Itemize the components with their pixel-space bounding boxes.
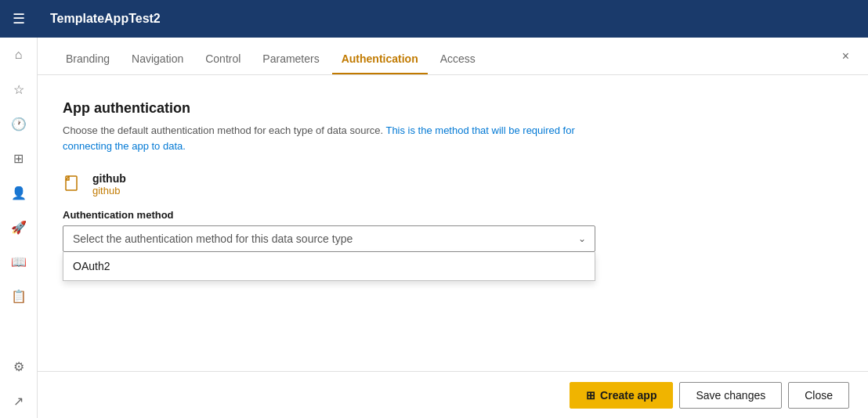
app-title: TemplateAppTest2	[50, 12, 161, 26]
tab-access[interactable]: Access	[431, 52, 485, 74]
tab-branding[interactable]: Branding	[56, 52, 119, 74]
sidebar-item-deploy[interactable]: 🚀	[0, 210, 38, 244]
dropdown-placeholder: Select the authentication method for thi…	[73, 232, 353, 245]
datasource-name: github	[92, 172, 126, 185]
dialog-close-button[interactable]: ×	[836, 46, 855, 67]
tab-parameters[interactable]: Parameters	[253, 52, 328, 74]
recents-icon: 🕐	[11, 117, 27, 132]
tab-bar: Branding Navigation Control Parameters A…	[38, 38, 868, 75]
templates-icon: 📋	[11, 289, 27, 304]
datasource-item: github github	[63, 172, 843, 196]
home-icon: ⌂	[15, 48, 23, 62]
sidebar-item-recents[interactable]: 🕐	[0, 106, 38, 141]
auth-method-dropdown[interactable]: Select the authentication method for thi…	[63, 225, 595, 252]
settings-icon: ⚙	[13, 359, 24, 374]
create-app-icon: ⊞	[586, 389, 595, 402]
sidebar-item-favorites[interactable]: ☆	[0, 72, 38, 106]
section-description: Choose the default authentication method…	[63, 123, 611, 153]
sidebar-item-people[interactable]: 👤	[0, 175, 38, 210]
create-app-button[interactable]: ⊞ Create app	[570, 382, 673, 409]
learn-icon: 📖	[11, 254, 27, 269]
close-button[interactable]: Close	[788, 382, 849, 409]
main-panel: TemplateAppTest2 Branding Navigation Con…	[38, 0, 868, 418]
footer: ⊞ Create app Save changes Close	[38, 371, 868, 418]
expand-icon: ↗	[13, 394, 24, 409]
sidebar: ☰ ⌂ ☆ 🕐 ⊞ 👤 🚀 📖 📋 ⚙ ↗	[0, 0, 38, 418]
sidebar-item-apps[interactable]: ⊞	[0, 141, 38, 175]
sidebar-item-home[interactable]: ⌂	[0, 38, 38, 72]
save-changes-button[interactable]: Save changes	[679, 382, 782, 409]
sidebar-item-learn[interactable]: 📖	[0, 244, 38, 279]
favorites-icon: ☆	[13, 82, 24, 97]
tab-authentication[interactable]: Authentication	[332, 52, 428, 74]
sidebar-item-expand[interactable]: ↗	[0, 384, 38, 418]
desc-part1: Choose the default authentication method…	[63, 124, 383, 136]
tab-navigation[interactable]: Navigation	[122, 52, 193, 74]
tab-control[interactable]: Control	[196, 52, 250, 74]
create-app-label: Create app	[600, 389, 656, 402]
dropdown-options-list: OAuth2	[63, 252, 595, 281]
auth-method-dropdown-wrapper: Select the authentication method for thi…	[63, 225, 595, 252]
app-header: TemplateAppTest2	[38, 0, 868, 38]
people-icon: 👤	[11, 186, 27, 200]
content-area: App authentication Choose the default au…	[38, 75, 868, 371]
sidebar-item-settings[interactable]: ⚙	[0, 349, 38, 384]
section-title: App authentication	[63, 100, 843, 117]
hamburger-icon: ☰	[13, 10, 25, 27]
auth-method-label: Authentication method	[63, 209, 843, 221]
datasource-sub: github	[92, 185, 126, 196]
sidebar-hamburger[interactable]: ☰	[0, 0, 38, 38]
sidebar-item-templates[interactable]: 📋	[0, 279, 38, 313]
datasource-icon	[63, 174, 85, 196]
dropdown-option-oauth2[interactable]: OAuth2	[63, 252, 595, 280]
datasource-info: github github	[92, 172, 126, 196]
apps-icon: ⊞	[13, 151, 24, 166]
deploy-icon: 🚀	[11, 220, 27, 235]
